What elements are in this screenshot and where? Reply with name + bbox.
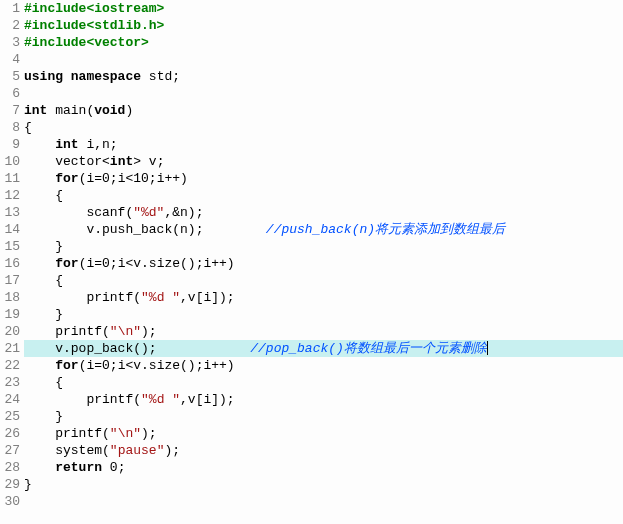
code-line: printf("\n"); [24,425,623,442]
code-token [24,460,55,475]
code-token: > v; [133,154,164,169]
code-token: (i=0;i<v.size();i++) [79,358,235,373]
code-line: { [24,187,623,204]
code-token: "%d " [141,290,180,305]
code-token: #include<vector> [24,35,149,50]
line-number: 7 [0,102,20,119]
line-number: 21 [0,340,20,357]
code-token [24,137,55,152]
code-token: ,&n); [164,205,203,220]
code-line: printf("%d ",v[i]); [24,391,623,408]
code-line: for(i=0;i<v.size();i++) [24,255,623,272]
code-token: "%d" [133,205,164,220]
code-line [24,493,623,510]
code-editor: 1234567891011121314151617181920212223242… [0,0,623,510]
code-area[interactable]: #include<iostream>#include<stdlib.h>#inc… [24,0,623,510]
code-line: vector<int> v; [24,153,623,170]
code-line: for(i=0;i<v.size();i++) [24,357,623,374]
code-token: { [24,375,63,390]
code-line: } [24,238,623,255]
code-token: ,v[i]); [180,392,235,407]
code-line: #include<iostream> [24,0,623,17]
line-number: 27 [0,442,20,459]
line-number: 19 [0,306,20,323]
line-number: 16 [0,255,20,272]
line-number: 28 [0,459,20,476]
text-caret [487,341,488,355]
line-number: 22 [0,357,20,374]
code-token [24,256,55,271]
code-line: printf("%d ",v[i]); [24,289,623,306]
line-number: 9 [0,136,20,153]
line-number: 2 [0,17,20,34]
code-token: using namespace [24,69,141,84]
line-number: 12 [0,187,20,204]
code-token: "pause" [110,443,165,458]
line-number: 10 [0,153,20,170]
line-number: 18 [0,289,20,306]
line-number: 4 [0,51,20,68]
code-token: int [55,137,78,152]
code-line: for(i=0;i<10;i++) [24,170,623,187]
code-line: { [24,272,623,289]
line-number: 13 [0,204,20,221]
line-number: 3 [0,34,20,51]
code-token: #include<stdlib.h> [24,18,164,33]
code-token: vector< [24,154,110,169]
code-token: for [55,358,78,373]
code-token: i,n; [79,137,118,152]
code-token: std; [141,69,180,84]
code-line: system("pause"); [24,442,623,459]
code-token: ,v[i]); [180,290,235,305]
code-token: v.pop_back(); [24,341,250,356]
code-token: //pop_back()将数组最后一个元素删除 [250,341,487,356]
code-line: scanf("%d",&n); [24,204,623,221]
line-number: 1 [0,0,20,17]
code-token: #include<iostream> [24,1,164,16]
line-number: 29 [0,476,20,493]
code-token: for [55,171,78,186]
line-number: 15 [0,238,20,255]
code-line: int main(void) [24,102,623,119]
code-token: ); [141,324,157,339]
code-token: void [94,103,125,118]
code-token: } [24,307,63,322]
line-number: 8 [0,119,20,136]
code-line: v.push_back(n); //push_back(n)将元素添加到数组最后 [24,221,623,238]
code-token: 0; [102,460,125,475]
code-token: printf( [24,426,110,441]
line-number: 6 [0,85,20,102]
line-number-gutter: 1234567891011121314151617181920212223242… [0,0,24,510]
line-number: 26 [0,425,20,442]
code-token: int [110,154,133,169]
code-line: } [24,476,623,493]
code-token: main( [47,103,94,118]
code-token [24,358,55,373]
code-token: { [24,273,63,288]
code-line: } [24,408,623,425]
line-number: 5 [0,68,20,85]
line-number: 17 [0,272,20,289]
code-token: ) [125,103,133,118]
code-token: v.push_back(n); [24,222,266,237]
code-line: #include<vector> [24,34,623,51]
code-token: } [24,239,63,254]
line-number: 30 [0,493,20,510]
code-token: "%d " [141,392,180,407]
code-line: printf("\n"); [24,323,623,340]
code-token: scanf( [24,205,133,220]
code-token: } [24,409,63,424]
code-token: for [55,256,78,271]
code-token: { [24,120,32,135]
code-token: int [24,103,47,118]
code-token: ); [164,443,180,458]
line-number: 11 [0,170,20,187]
code-token: (i=0;i<10;i++) [79,171,188,186]
code-line: v.pop_back(); //pop_back()将数组最后一个元素删除 [24,340,623,357]
code-token: system( [24,443,110,458]
line-number: 23 [0,374,20,391]
code-line: } [24,306,623,323]
code-token: "\n" [110,324,141,339]
code-token: "\n" [110,426,141,441]
code-token: printf( [24,324,110,339]
